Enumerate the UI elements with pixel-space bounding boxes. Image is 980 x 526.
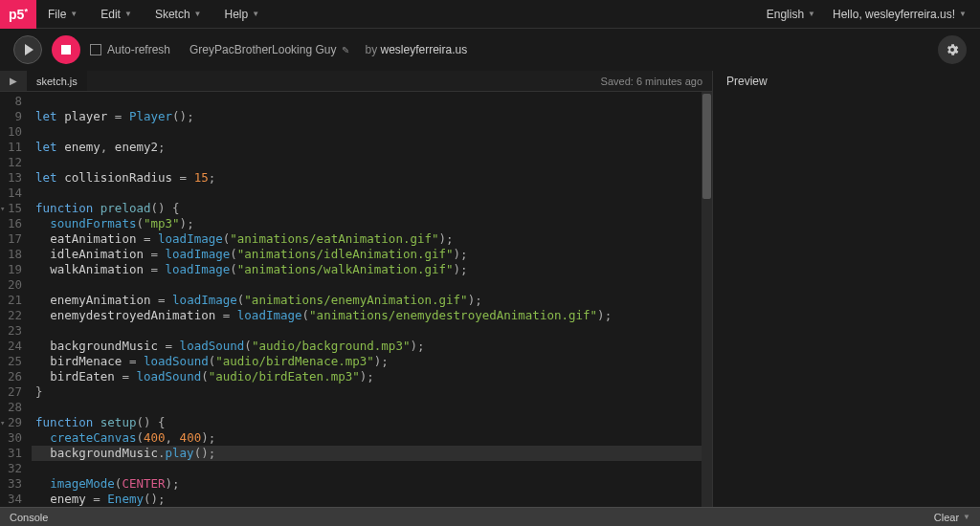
save-status: Saved: 6 minutes ago: [601, 76, 712, 87]
play-button[interactable]: [13, 35, 42, 64]
chevron-down-icon: ▼: [194, 10, 202, 18]
checkbox-icon[interactable]: [90, 44, 101, 55]
sidebar-toggle-button[interactable]: ▶: [0, 71, 27, 91]
tab-bar: ▶ sketch.js Saved: 6 minutes ago: [0, 71, 712, 92]
console-bar[interactable]: Console Clear▼: [0, 507, 980, 526]
gear-icon: [945, 42, 960, 57]
menu-edit[interactable]: Edit▼: [89, 0, 144, 29]
chevron-down-icon: ▼: [959, 10, 967, 18]
chevron-down-icon: ▼: [963, 513, 970, 521]
console-label: Console: [10, 512, 48, 523]
stop-icon: [61, 45, 71, 55]
code-content[interactable]: let player = Player();let enemy, enemy2;…: [32, 92, 712, 507]
pencil-icon[interactable]: ✎: [342, 45, 349, 55]
language-dropdown[interactable]: English▼: [767, 0, 815, 29]
toolbar: Auto-refresh GreyPacBrotherLooking Guy ✎…: [0, 29, 980, 71]
menu-file[interactable]: File▼: [36, 0, 89, 29]
author-label: by wesleyferreira.us: [365, 43, 467, 56]
code-editor[interactable]: 89101112131415▾1617181920212223242526272…: [0, 92, 712, 507]
line-gutter: 89101112131415▾1617181920212223242526272…: [0, 92, 32, 507]
menu-sketch[interactable]: Sketch▼: [144, 0, 213, 29]
sketch-title: GreyPacBrotherLooking Guy ✎: [189, 43, 349, 56]
menu: File▼ Edit▼ Sketch▼ Help▼: [36, 0, 271, 29]
auto-refresh-toggle[interactable]: Auto-refresh: [90, 43, 170, 56]
main-area: ▶ sketch.js Saved: 6 minutes ago 8910111…: [0, 71, 980, 507]
sketch-name[interactable]: GreyPacBrotherLooking Guy: [189, 43, 336, 56]
author-link[interactable]: wesleyferreira.us: [380, 43, 467, 56]
editor-column: ▶ sketch.js Saved: 6 minutes ago 8910111…: [0, 71, 713, 507]
top-menubar: p5* File▼ Edit▼ Sketch▼ Help▼ English▼ H…: [0, 0, 980, 29]
chevron-right-icon: ▶: [10, 76, 17, 86]
auto-refresh-label: Auto-refresh: [107, 43, 170, 56]
account-dropdown[interactable]: Hello, wesleyferreira.us!▼: [833, 0, 967, 29]
chevron-down-icon: ▼: [124, 10, 132, 18]
play-icon: [25, 44, 33, 55]
logo-text: p5: [9, 7, 24, 22]
logo-star-icon: *: [24, 7, 28, 16]
tab-sketch[interactable]: sketch.js: [27, 71, 87, 91]
logo[interactable]: p5*: [0, 0, 36, 29]
chevron-down-icon: ▼: [808, 10, 815, 18]
preview-label: Preview: [726, 75, 967, 88]
stop-button[interactable]: [52, 35, 80, 64]
settings-button[interactable]: [938, 35, 967, 64]
chevron-down-icon: ▼: [252, 10, 259, 18]
chevron-down-icon: ▼: [70, 10, 78, 18]
console-clear-button[interactable]: Clear▼: [934, 512, 970, 523]
menu-help[interactable]: Help▼: [212, 0, 271, 29]
top-right: English▼ Hello, wesleyferreira.us!▼: [767, 0, 980, 29]
preview-pane: Preview: [713, 71, 980, 507]
